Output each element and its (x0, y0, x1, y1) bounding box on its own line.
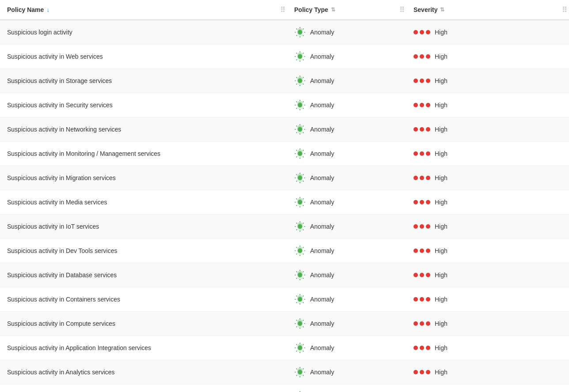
policy-type-cell: Anomaly (287, 69, 406, 93)
table-row[interactable]: Suspicious activity in Media services (0, 190, 569, 215)
severity-dot-3 (426, 176, 430, 180)
svg-rect-102 (300, 245, 300, 247)
svg-rect-20 (295, 56, 296, 57)
svg-rect-42 (295, 105, 296, 106)
table-row[interactable]: Suspicious activity in Monitoring / Mana… (0, 142, 569, 166)
svg-point-68 (299, 177, 301, 179)
severity-dot-2 (420, 249, 424, 253)
severity-dot-2 (420, 200, 424, 204)
policy-type-cell: Anomaly (287, 360, 406, 384)
severity-dots (413, 321, 430, 326)
svg-rect-48 (303, 125, 304, 127)
table-row[interactable]: Suspicious activity in Migration service… (0, 166, 569, 190)
table-row[interactable]: Suspicious activity in Analytics service… (0, 360, 569, 384)
svg-rect-161 (300, 376, 300, 377)
severity-label: High (435, 199, 448, 206)
anomaly-icon (294, 269, 306, 281)
svg-rect-149 (303, 351, 304, 352)
policy-name-cell: Suspicious login activity (0, 20, 287, 45)
severity-dot-3 (426, 297, 430, 302)
severity-dot-1 (413, 54, 418, 59)
col-header-policy-type[interactable]: Policy Type ⇅ ⠿ (287, 0, 406, 20)
sort-neutral-policy-type-icon[interactable]: ⇅ (331, 7, 335, 13)
table-row[interactable]: Suspicious activity in Containers servic… (0, 287, 569, 312)
col-drag-handle-severity[interactable]: ⠿ (560, 6, 569, 14)
anomaly-icon (294, 172, 306, 184)
severity-label: High (435, 53, 448, 60)
svg-rect-4 (303, 28, 304, 30)
severity-dot-1 (413, 79, 418, 83)
svg-point-2 (299, 31, 301, 34)
severity-label: High (435, 296, 448, 303)
table-row[interactable]: Suspicious activity in Database services (0, 263, 569, 287)
table-row[interactable]: Suspicious login activity (0, 20, 569, 45)
svg-rect-109 (296, 247, 297, 248)
svg-rect-39 (303, 108, 304, 109)
anomaly-icon (294, 124, 306, 135)
table-row[interactable]: Suspicious activity in IoT services (0, 215, 569, 239)
svg-point-156 (299, 371, 301, 373)
col-header-policy-name[interactable]: Policy Name ↓ ⠿ (0, 0, 287, 20)
severity-dot-1 (413, 346, 418, 350)
table-row[interactable]: Suspicious activity in Security services (0, 93, 569, 117)
svg-rect-93 (304, 226, 305, 227)
severity-cell: High (406, 239, 569, 263)
svg-rect-52 (296, 132, 297, 133)
svg-rect-14 (300, 51, 300, 53)
svg-rect-114 (303, 271, 304, 272)
severity-cell: High (406, 117, 569, 142)
anomaly-icon (294, 99, 306, 111)
svg-rect-95 (300, 230, 300, 232)
table-row[interactable]: Suspicious activity in Application Integ… (0, 336, 569, 360)
severity-cell: High (406, 336, 569, 360)
svg-rect-28 (303, 83, 304, 85)
col-header-severity[interactable]: Severity ⇅ ⠿ (406, 0, 569, 20)
table-row[interactable]: Suspicious activity in Web services (0, 45, 569, 69)
policy-type-label: Anomaly (310, 247, 334, 254)
policy-name-cell: Suspicious activity in Migration service… (0, 166, 287, 190)
severity-cell: High (406, 166, 569, 190)
severity-dot-3 (426, 151, 430, 156)
svg-rect-15 (303, 53, 304, 54)
svg-rect-118 (296, 278, 297, 279)
svg-rect-84 (300, 206, 300, 207)
table-row[interactable]: Suspicious activity in Dev Tools service… (0, 239, 569, 263)
severity-dot-2 (420, 297, 424, 302)
policy-type-label: Anomaly (310, 296, 334, 303)
severity-label: High (435, 77, 448, 84)
col-header-policy-name-label: Policy Name (7, 6, 44, 13)
policy-type-label: Anomaly (310, 77, 334, 84)
severity-label: High (435, 320, 448, 327)
svg-point-90 (299, 225, 301, 228)
table-row[interactable]: Suspicious activity in Storage services (0, 69, 569, 93)
svg-rect-125 (303, 295, 304, 297)
table-row[interactable]: Suspicious activity in AI / ML services (0, 384, 569, 392)
svg-rect-50 (303, 132, 304, 133)
policy-type-cell: Anomaly (287, 20, 406, 45)
table-header-row: Policy Name ↓ ⠿ Policy Type ⇅ ⠿ Severity (0, 0, 569, 20)
sort-asc-icon[interactable]: ↓ (46, 6, 49, 13)
severity-dot-2 (420, 54, 424, 59)
svg-point-134 (299, 322, 301, 325)
svg-rect-30 (296, 83, 297, 85)
severity-dot-1 (413, 30, 418, 34)
table-body: Suspicious login activity (0, 20, 569, 392)
col-drag-handle-policy-type[interactable]: ⠿ (398, 6, 406, 14)
svg-rect-162 (296, 375, 297, 376)
severity-cell: High (406, 190, 569, 215)
policy-name-cell: Suspicious activity in Security services (0, 93, 287, 117)
table-row[interactable]: Suspicious activity in Compute services (0, 312, 569, 336)
policy-type-label: Anomaly (310, 102, 334, 109)
severity-dot-3 (426, 127, 430, 132)
table-row[interactable]: Suspicious activity in Networking servic… (0, 117, 569, 142)
severity-cell: High (406, 93, 569, 117)
anomaly-icon (294, 294, 306, 305)
svg-rect-105 (303, 253, 304, 255)
col-header-severity-label: Severity (413, 6, 437, 13)
col-drag-handle-policy-name[interactable]: ⠿ (278, 6, 287, 14)
severity-cell: High (406, 20, 569, 45)
severity-label: High (435, 102, 448, 109)
severity-dot-3 (426, 224, 430, 229)
svg-rect-119 (295, 275, 296, 275)
sort-neutral-severity-icon[interactable]: ⇅ (440, 7, 444, 13)
